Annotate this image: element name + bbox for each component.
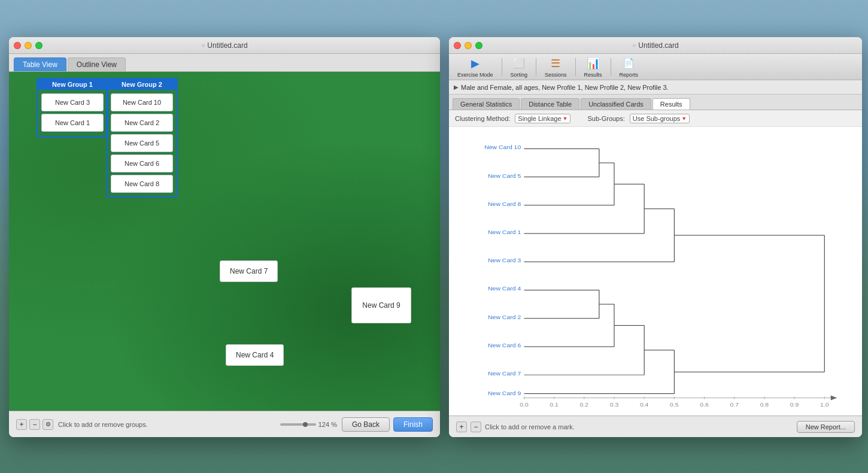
svg-text:New Card 7: New Card 7	[488, 370, 521, 377]
tab-outline-view[interactable]: Outline View	[68, 57, 126, 71]
sorting-icon: ⬜	[512, 56, 526, 71]
exercise-mode-label: Exercise Mode	[457, 72, 493, 78]
sorting-label: Sorting	[511, 72, 528, 78]
card-new-card-7[interactable]: New Card 7	[220, 260, 278, 282]
remove-mark-button[interactable]: −	[471, 422, 481, 432]
card-new-card-8[interactable]: New Card 8	[111, 175, 173, 193]
zoom-slider[interactable]	[280, 423, 316, 426]
clustering-method-label: Clustering Method:	[455, 115, 510, 122]
dendrogram-area: 0.0 0.1 0.2 0.3 0.4 0.5 0.6 0.7 0.8 0.9	[449, 127, 862, 416]
clustering-method-dropdown-icon: ▼	[563, 116, 568, 122]
clustering-method-value: Single Linkage	[518, 115, 561, 122]
clustering-method-select[interactable]: Single Linkage ▼	[515, 114, 570, 123]
svg-text:New Card 1: New Card 1	[488, 229, 521, 235]
results-button[interactable]: 📊 Results	[581, 55, 606, 79]
card-new-card-5[interactable]: New Card 5	[111, 134, 173, 152]
zoom-remove-group-button[interactable]: −	[29, 419, 40, 430]
subgroups-label: Sub-Groups:	[587, 115, 624, 122]
zoom-value: 124 %	[318, 421, 337, 428]
nav-buttons: Go Back Finish	[342, 417, 433, 432]
card-new-card-3[interactable]: New Card 3	[41, 93, 104, 111]
right-minimize-button[interactable]	[465, 42, 472, 49]
subgroups-select[interactable]: Use Sub-groups ▼	[630, 114, 690, 123]
sessions-label: Sessions	[545, 72, 567, 78]
profile-arrow-icon: ▶	[454, 84, 459, 90]
svg-text:1.0: 1.0	[820, 402, 829, 408]
right-window: ○ Untitled.card ▶ Exercise Mode ⬜ Sortin…	[449, 37, 862, 437]
left-window: ○ Untitled.card Table View Outline View …	[9, 37, 440, 437]
exercise-mode-button[interactable]: ▶ Exercise Mode	[454, 55, 497, 79]
tab-results[interactable]: Results	[652, 98, 690, 110]
tab-unclassified-cards[interactable]: Unclassified Cards	[581, 98, 651, 110]
maximize-button[interactable]	[35, 42, 43, 49]
reports-icon: 📄	[621, 56, 636, 71]
right-toolbar: ▶ Exercise Mode ⬜ Sorting ☰ Sessions 📊 R…	[449, 54, 862, 80]
tab-table-view[interactable]: Table View	[14, 57, 66, 71]
right-titlebar: ○ Untitled.card	[449, 37, 862, 54]
svg-text:New Card 9: New Card 9	[488, 390, 521, 396]
new-report-button[interactable]: New Report...	[797, 421, 855, 433]
card-new-card-2[interactable]: New Card 2	[111, 114, 173, 132]
card-new-card-6[interactable]: New Card 6	[111, 154, 173, 172]
svg-text:New Card 4: New Card 4	[488, 286, 521, 292]
right-bottom-bar: + − Click to add or remove a mark. New R…	[449, 416, 862, 437]
left-traffic-lights	[14, 42, 43, 49]
settings-button[interactable]: ⚙	[43, 419, 53, 430]
svg-text:New Card 10: New Card 10	[484, 144, 521, 151]
svg-text:0.1: 0.1	[550, 402, 559, 408]
sessions-icon: ☰	[548, 56, 563, 71]
document-icon: ○	[201, 42, 205, 48]
card-new-card-1[interactable]: New Card 1	[41, 114, 104, 132]
group-1[interactable]: New Group 1 New Card 3 New Card 1	[37, 78, 108, 138]
subgroups-value: Use Sub-groups	[633, 115, 681, 122]
profile-bar: ▶ Male and Female, all ages, New Profile…	[449, 80, 862, 95]
toolbar-sep-3	[575, 58, 576, 76]
finish-button[interactable]: Finish	[393, 417, 433, 432]
svg-text:0.3: 0.3	[610, 402, 619, 408]
svg-text:New Card 3: New Card 3	[488, 257, 521, 264]
svg-text:0.5: 0.5	[670, 402, 679, 408]
group-1-content: New Card 3 New Card 1	[38, 90, 107, 135]
reports-button[interactable]: 📄 Reports	[616, 55, 642, 79]
svg-text:0.9: 0.9	[790, 402, 799, 408]
svg-text:0.7: 0.7	[730, 402, 739, 408]
tab-distance-table[interactable]: Distance Table	[521, 98, 579, 110]
toolbar-sep-1	[502, 58, 502, 76]
svg-text:New Card 8: New Card 8	[488, 201, 521, 207]
left-titlebar: ○ Untitled.card	[9, 37, 440, 54]
card-new-card-9[interactable]: New Card 9	[351, 287, 411, 323]
right-tabs-bar: General Statistics Distance Table Unclas…	[449, 95, 862, 110]
zoom-add-group-button[interactable]: +	[16, 419, 27, 430]
card-new-card-4[interactable]: New Card 4	[226, 344, 284, 366]
right-traffic-lights	[454, 42, 482, 49]
group-2[interactable]: New Group 2 New Card 10 New Card 2 New C…	[106, 78, 178, 198]
go-back-button[interactable]: Go Back	[342, 417, 390, 432]
zoom-slider-thumb[interactable]	[303, 422, 308, 427]
add-mark-button[interactable]: +	[456, 422, 467, 432]
right-window-title: ○ Untitled.card	[632, 41, 678, 50]
svg-marker-1	[831, 396, 837, 401]
card-new-card-10[interactable]: New Card 10	[111, 93, 173, 111]
toolbar-sep-4	[611, 58, 611, 76]
group-1-header: New Group 1	[38, 79, 107, 90]
close-button[interactable]	[14, 42, 21, 49]
group-2-header: New Group 2	[107, 79, 177, 90]
reports-label: Reports	[620, 72, 639, 78]
minimize-button[interactable]	[25, 42, 32, 49]
sessions-button[interactable]: ☰ Sessions	[541, 55, 570, 79]
zoom-slider-area: 124 %	[280, 421, 337, 428]
sorting-button[interactable]: ⬜ Sorting	[507, 55, 532, 79]
left-bottom-bar: + − ⚙ Click to add or remove groups. 124…	[9, 411, 440, 437]
svg-text:0.0: 0.0	[520, 402, 529, 408]
exercise-mode-icon: ▶	[468, 56, 482, 71]
tab-general-statistics[interactable]: General Statistics	[453, 98, 520, 110]
results-label: Results	[584, 72, 602, 78]
mark-status-text: Click to add or remove a mark.	[485, 423, 575, 430]
svg-text:0.4: 0.4	[640, 402, 649, 408]
svg-text:0.6: 0.6	[700, 402, 709, 408]
results-icon: 📊	[586, 56, 600, 71]
left-tabs-bar: Table View Outline View	[9, 54, 440, 72]
right-close-button[interactable]	[454, 42, 461, 49]
card-area[interactable]: New Group 1 New Card 3 New Card 1 New Gr…	[9, 72, 440, 411]
right-maximize-button[interactable]	[475, 42, 482, 49]
